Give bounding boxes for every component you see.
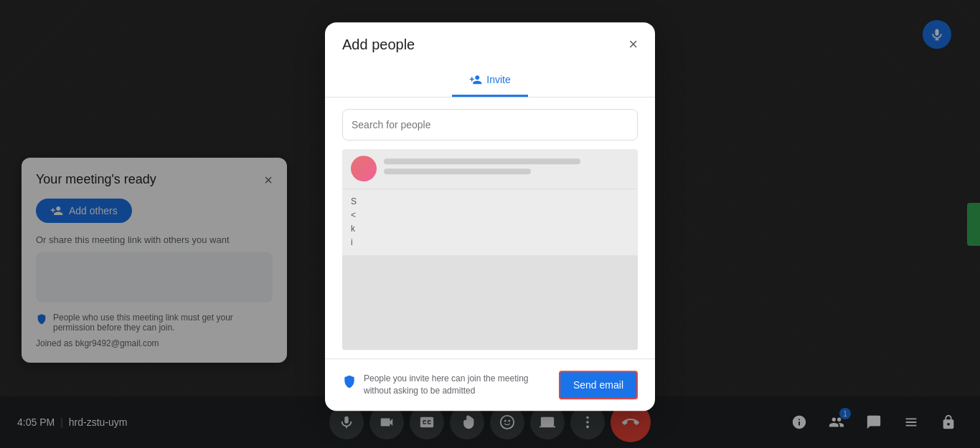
modal-header: Add people × — [325, 22, 655, 53]
email-line-1: S — [351, 195, 629, 209]
invite-icon — [469, 73, 482, 86]
email-section: S < k i — [342, 189, 638, 256]
modal-body: S < k i — [325, 97, 655, 350]
email-line-2: < — [351, 209, 629, 222]
email-line-3: k — [351, 222, 629, 236]
contact-name-line — [384, 158, 580, 164]
content-area: S < k i — [342, 189, 638, 350]
footer-text: People you invite here can join the meet… — [364, 373, 547, 397]
contact-info — [384, 158, 629, 178]
email-line-4: i — [351, 236, 629, 249]
footer-info: People you invite here can join the meet… — [342, 373, 547, 397]
contact-row[interactable] — [342, 149, 638, 189]
content-placeholder: S < k i — [342, 149, 638, 350]
modal-title: Add people — [342, 37, 415, 53]
tab-invite-label: Invite — [486, 74, 510, 85]
security-footer-icon — [342, 374, 357, 389]
modal-tabs: Invite — [325, 65, 655, 97]
add-people-modal: Add people × Invite S — [325, 22, 655, 411]
contact-email-line — [384, 168, 531, 174]
avatar — [351, 156, 377, 181]
modal-footer: People you invite here can join the meet… — [325, 358, 655, 411]
send-email-button[interactable]: Send email — [559, 371, 638, 399]
modal-close-button[interactable]: × — [628, 37, 638, 52]
search-input[interactable] — [342, 109, 638, 140]
tab-invite[interactable]: Invite — [452, 65, 527, 97]
avatar-image — [351, 156, 377, 181]
